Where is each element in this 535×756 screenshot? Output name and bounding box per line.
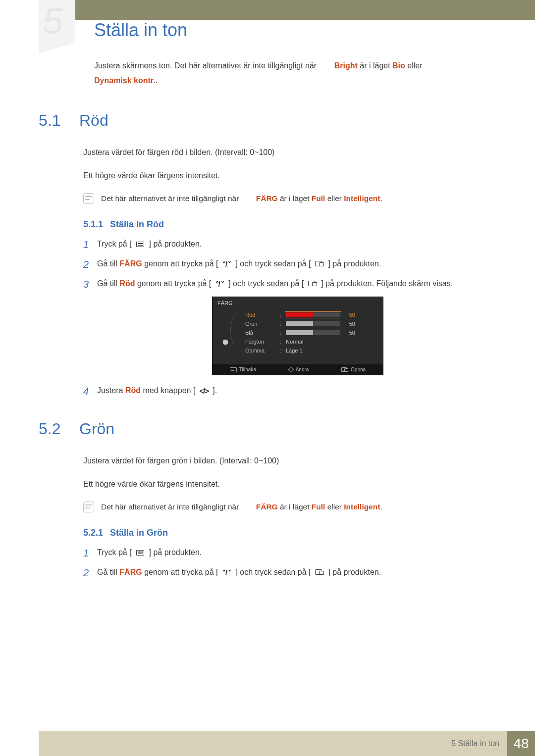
section-5-1-body: Justera värdet för färgen röd i bilden. … xyxy=(83,147,512,397)
text: ] på produkten. xyxy=(328,259,381,268)
note-farg: FÄRG xyxy=(256,503,278,511)
rod-desc2: Ett högre värde ökar färgens intensitet. xyxy=(83,170,512,182)
palette-icon xyxy=(221,339,231,346)
rod-word: Röd xyxy=(119,279,135,288)
osd-value: Normal xyxy=(286,339,303,345)
osd-row-fargton: Färgton : Normal xyxy=(245,339,377,345)
osd-open: Öppna xyxy=(351,367,366,372)
text: ] på produkten. xyxy=(149,548,202,556)
rod-desc: Justera värdet för färgen röd i bilden. … xyxy=(83,147,512,159)
text: Tryck på [ xyxy=(97,548,132,556)
page-header-band xyxy=(39,0,535,20)
osd-row-bla: Blå : 50 xyxy=(245,330,377,336)
note-pre: Det här alternativet är inte tillgänglig… xyxy=(101,503,239,511)
rod-note: Det här alternativet är inte tillgänglig… xyxy=(83,193,512,204)
osd-value: 50 xyxy=(343,330,355,336)
note-post: . xyxy=(380,194,382,202)
farg-word: FÄRG xyxy=(119,568,142,576)
step-4: Justera Röd med knappen [ </> ]. xyxy=(83,384,512,397)
osd-row-gamma: Gamma : Läge 1 xyxy=(245,348,377,353)
osd-footer: Tillbaka Ändra Öppna xyxy=(213,364,383,375)
page-number: 48 xyxy=(507,731,535,756)
note-full: Full xyxy=(312,503,325,511)
text: med knappen [ xyxy=(143,386,195,395)
note-icon xyxy=(83,193,94,204)
text: Tryck på [ xyxy=(97,240,132,248)
enter-icon xyxy=(307,280,318,287)
note-icon xyxy=(83,502,94,512)
subsection-5-1-1: 5.1.1 Ställa in Röd xyxy=(83,219,512,230)
gron-note: Det här alternativet är inte tillgänglig… xyxy=(83,501,512,513)
subsection-5-2-1: 5.2.1 Ställa in Grön xyxy=(83,528,512,538)
text: ] och tryck sedan på [ xyxy=(235,259,311,268)
section-title: Röd xyxy=(79,111,108,130)
note-farg: FÄRG xyxy=(256,194,278,202)
osd-value: 50 xyxy=(343,321,355,327)
text: Gå till xyxy=(97,259,119,268)
text: Gå till xyxy=(97,279,119,288)
text: Justera xyxy=(97,386,125,395)
section-title: Grön xyxy=(79,420,114,438)
text: ] och tryck sedan på [ xyxy=(235,568,311,576)
step-1: Tryck på [ ] på produkten. xyxy=(83,238,512,251)
intro-dynamisk: Dynamisk kontr. xyxy=(94,76,156,85)
leftright-icon: </> xyxy=(199,388,210,395)
rod-steps-continued: Justera Röd med knappen [ </> ]. xyxy=(83,384,512,397)
note-mid: är i läget xyxy=(280,503,312,511)
page-content: Ställa in ton Justera skärmens ton. Det … xyxy=(39,18,517,586)
menu-icon xyxy=(230,367,237,372)
osd-menu: FÄRG Röd : 50 Grön : xyxy=(212,297,383,375)
subsec-title: Ställa in Röd xyxy=(110,219,164,230)
intro-mid2: eller xyxy=(407,61,422,70)
text: genom att trycka på [ xyxy=(144,259,218,268)
step-1: Tryck på [ ] på produkten. xyxy=(83,546,512,559)
note-intel: Intelligent xyxy=(344,503,380,511)
step-2: Gå till FÄRG genom att trycka på [ ˄/˅ ]… xyxy=(83,566,512,579)
subsec-num: 5.2.1 xyxy=(83,528,103,538)
subsec-title: Ställa in Grön xyxy=(110,528,168,538)
osd-row-rod: Röd : 50 xyxy=(245,312,377,318)
page-footer: 5 Ställa in ton 48 xyxy=(39,731,535,756)
intro-lead: Justera skärmens ton. Det här alternativ… xyxy=(94,61,317,70)
footer-section-num: 5 xyxy=(451,739,456,748)
section-num: 5.1 xyxy=(39,111,68,130)
menu-icon xyxy=(135,241,146,248)
note-pre: Det här alternativet är inte tillgänglig… xyxy=(101,194,239,202)
step-2: Gå till FÄRG genom att trycka på [ ˄/˅ ]… xyxy=(83,257,512,270)
text: ] och tryck sedan på [ xyxy=(228,279,304,288)
updown-icon: ˄/˅ xyxy=(221,569,232,576)
subsec-num: 5.1.1 xyxy=(83,219,103,230)
intro-mid1: är i läget xyxy=(360,61,392,70)
updown-icon: ˄/˅ xyxy=(221,261,232,268)
chapter-intro: Justera skärmens ton. Det här alternativ… xyxy=(94,58,512,89)
note-mid: är i läget xyxy=(280,194,312,202)
section-5-1-header: 5.1 Röd xyxy=(39,111,517,130)
intro-bio: Bio xyxy=(392,61,405,70)
enter-icon xyxy=(314,568,325,575)
note-or: eller xyxy=(327,194,344,202)
chapter-title: Ställa in ton xyxy=(94,20,517,41)
section-num: 5.2 xyxy=(39,420,68,438)
text: Gå till xyxy=(97,568,119,576)
diamond-icon xyxy=(288,366,294,373)
rod-steps: Tryck på [ ] på produkten. Gå till FÄRG … xyxy=(83,238,512,290)
footer-section-label: Ställa in ton xyxy=(458,739,499,748)
note-intel: Intelligent xyxy=(344,194,380,202)
text: ] på produkten. xyxy=(328,568,381,576)
gron-desc2: Ett högre värde ökar färgens intensitet. xyxy=(83,478,512,491)
osd-value: Läge 1 xyxy=(286,348,303,353)
updown-icon: ˄/˅ xyxy=(214,281,225,288)
enter-icon xyxy=(314,260,325,267)
osd-title: FÄRG xyxy=(213,297,383,311)
rod-word: Röd xyxy=(125,386,141,395)
section-5-2-header: 5.2 Grön xyxy=(39,420,517,438)
osd-value: 50 xyxy=(343,312,355,318)
gron-steps: Tryck på [ ] på produkten. Gå till FÄRG … xyxy=(83,546,512,578)
menu-icon xyxy=(135,550,146,556)
section-5-2-body: Justera värdet för färgen grön i bilden.… xyxy=(83,455,512,579)
note-post: . xyxy=(380,503,382,511)
gron-desc: Justera värdet för färgen grön i bilden.… xyxy=(83,455,512,467)
intro-tail: . xyxy=(156,76,158,85)
farg-word: FÄRG xyxy=(119,259,142,268)
note-full: Full xyxy=(312,194,325,202)
